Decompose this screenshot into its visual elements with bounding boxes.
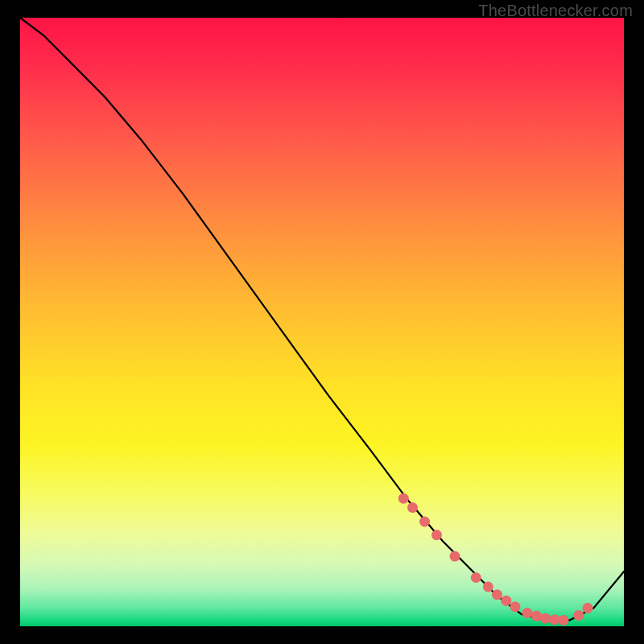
curve-marker: [559, 615, 569, 625]
curve-marker: [531, 611, 542, 621]
curve-marker: [431, 530, 442, 540]
curve-marker: [450, 551, 460, 562]
curve-marker: [522, 608, 533, 618]
curve-marker: [419, 517, 430, 527]
bottleneck-curve: [20, 18, 624, 620]
curve-marker: [483, 581, 493, 592]
curve-marker: [583, 603, 593, 613]
curve-marker: [573, 610, 584, 621]
marker-group: [398, 493, 593, 625]
plot-area: [20, 18, 624, 626]
curve-marker: [398, 493, 409, 504]
curve-marker: [407, 502, 418, 513]
curve-marker: [549, 614, 559, 625]
curve-marker: [471, 572, 481, 583]
curve-marker: [540, 613, 551, 624]
curve-layer: [20, 18, 624, 626]
chart-stage: TheBottlenecker.com: [0, 0, 644, 644]
curve-marker: [510, 601, 521, 612]
curve-marker: [501, 596, 511, 606]
watermark-text: TheBottlenecker.com: [478, 2, 633, 20]
curve-marker: [492, 589, 502, 600]
